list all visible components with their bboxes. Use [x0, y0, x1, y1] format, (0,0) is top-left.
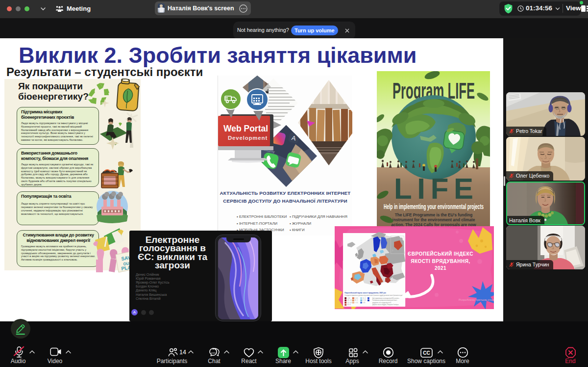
svg-text:-0.5 : 0: -0.5 : 0 [347, 304, 351, 306]
svg-text:< -2.5: < -2.5 [347, 297, 350, 299]
svg-text:0.5 : 1: 0.5 : 1 [355, 299, 358, 301]
svg-text:Джерело: власна побудова, Унів: Джерело: власна побудова, Університет Ге… [372, 304, 399, 306]
svg-text:Development: Development [228, 135, 268, 141]
svg-text:The LIFE Programme is the EU's: The LIFE Programme is the EU's funding [395, 213, 472, 217]
svg-text:2 : 2.5: 2 : 2.5 [363, 299, 366, 301]
svg-text:instrument for the environment: instrument for the environment and clima… [392, 218, 475, 222]
svg-text:врядування, які в середньому п: врядування, які в середньому по ЄС [372, 302, 392, 304]
svg-text:0 : 0.5: 0 : 0.5 [355, 297, 358, 299]
svg-text:> 2.5: > 2.5 [363, 302, 366, 304]
svg-text:Європейський індекс якості вря: Європейський індекс якості врядування, 2… [344, 292, 386, 294]
svg-text:Розроблено третьою стороною: Розроблено третьою стороною [459, 298, 494, 301]
svg-text:Help in implementing your envi: Help in implementing your environmental … [384, 203, 484, 210]
svg-text:-2.5 : -1.5: -2.5 : -1.5 [347, 299, 352, 301]
svg-text:Стандартне відхилення, датован: Стандартне відхилення, датоване від нижч… [344, 294, 404, 296]
svg-text:-1.5 : -0.5: -1.5 : -0.5 [347, 302, 352, 304]
svg-text:CC: CC [423, 350, 430, 356]
svg-text:Дані нормалізовано за методоло: Дані нормалізовано за методологією EQI у… [372, 297, 400, 299]
svg-text:Гетеборзького університету пор: Гетеборзького університету порівняльної … [372, 299, 397, 301]
svg-text:1 : 1.5: 1 : 1.5 [355, 302, 358, 304]
svg-text:ЯКОСТІ ВРЯДУВАННЯ,: ЯКОСТІ ВРЯДУВАННЯ, [411, 259, 470, 264]
svg-text:2021: 2021 [435, 265, 446, 271]
svg-text:ЄВРОПЕЙСЬКИЙ ІНДЕКС: ЄВРОПЕЙСЬКИЙ ІНДЕКС [408, 251, 473, 257]
svg-text:LIFE: LIFE [394, 172, 473, 205]
svg-text:1.5 : 2: 1.5 : 2 [363, 297, 366, 299]
svg-text:Web Portal: Web Portal [223, 124, 268, 133]
